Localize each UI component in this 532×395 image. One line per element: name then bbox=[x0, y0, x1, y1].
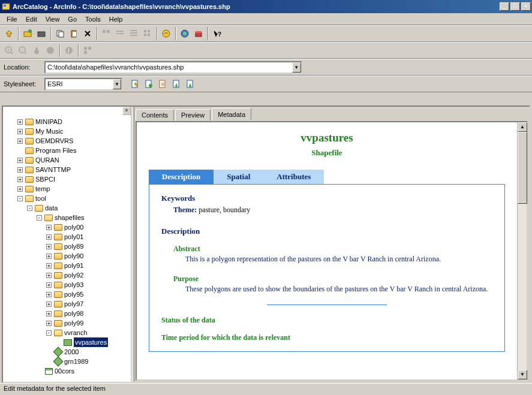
tree-node-poly95[interactable]: +poly95 bbox=[3, 290, 131, 299]
scroll-up-button[interactable]: ▲ bbox=[518, 122, 527, 132]
expand-toggle[interactable]: + bbox=[17, 119, 23, 125]
tree-node-vvranch[interactable]: -vvranch bbox=[3, 328, 131, 337]
tree-node-my-music[interactable]: +My Music bbox=[3, 126, 131, 136]
stylesheet-combo[interactable]: ▼ bbox=[44, 78, 122, 91]
identify-button[interactable]: i bbox=[62, 44, 76, 57]
menu-go[interactable]: Go bbox=[64, 14, 81, 24]
tree-node-poly99[interactable]: +poly99 bbox=[3, 318, 131, 328]
tree-node-2000[interactable]: 2000 bbox=[3, 347, 131, 357]
expand-toggle[interactable]: + bbox=[17, 167, 23, 173]
minimize-button[interactable]: _ bbox=[500, 2, 509, 11]
list-button[interactable] bbox=[113, 27, 127, 40]
tree-node-poly97[interactable]: +poly97 bbox=[3, 299, 131, 309]
expand-toggle[interactable]: - bbox=[37, 215, 42, 221]
maximize-button[interactable]: □ bbox=[510, 2, 520, 11]
tree-node-oemdrvrs[interactable]: +OEMDRVRS bbox=[3, 136, 131, 146]
stylesheet-input[interactable] bbox=[46, 80, 113, 88]
full-extent-button[interactable] bbox=[44, 44, 57, 57]
whats-this-button[interactable]: ? bbox=[211, 27, 224, 40]
search-button[interactable] bbox=[178, 27, 191, 40]
expand-toggle[interactable]: + bbox=[46, 282, 52, 288]
tree-node-tool[interactable]: -tool bbox=[3, 194, 131, 203]
expand-toggle[interactable]: - bbox=[17, 196, 23, 201]
stylesheet-dropdown-button[interactable]: ▼ bbox=[113, 79, 121, 89]
edit-metadata-button[interactable] bbox=[128, 77, 142, 91]
menu-help[interactable]: Help bbox=[105, 14, 127, 24]
vertical-scrollbar[interactable]: ▲ ▼ bbox=[517, 122, 527, 379]
expand-toggle[interactable]: + bbox=[17, 158, 23, 163]
arctoolbox-button[interactable] bbox=[192, 27, 205, 40]
copy-button[interactable] bbox=[53, 27, 67, 40]
tree-node-poly90[interactable]: +poly90 bbox=[3, 251, 131, 261]
tree-node-00cors[interactable]: 00cors bbox=[3, 366, 131, 376]
zoom-out-button[interactable] bbox=[16, 44, 29, 57]
tree-node-poly98[interactable]: +poly98 bbox=[3, 309, 131, 318]
tree-close-button[interactable]: × bbox=[122, 107, 131, 115]
expand-toggle[interactable]: - bbox=[27, 206, 32, 211]
tree-node-poly91[interactable]: +poly91 bbox=[3, 261, 131, 270]
location-dropdown-button[interactable]: ▼ bbox=[292, 62, 301, 73]
connect-folder-button[interactable] bbox=[21, 27, 34, 40]
expand-toggle[interactable]: + bbox=[17, 138, 23, 144]
scroll-thumb[interactable] bbox=[518, 132, 527, 204]
tree-node-program-files[interactable]: Program Files bbox=[3, 146, 131, 155]
tree-node-temp[interactable]: +temp bbox=[3, 184, 131, 194]
scroll-down-button[interactable]: ▼ bbox=[518, 370, 527, 379]
expand-toggle[interactable]: + bbox=[46, 292, 52, 297]
location-combo[interactable]: ▼ bbox=[44, 61, 302, 74]
expand-toggle[interactable]: + bbox=[46, 321, 52, 326]
subtab-description[interactable]: Description bbox=[149, 170, 214, 184]
details-button[interactable] bbox=[127, 27, 140, 40]
tab-preview[interactable]: Preview bbox=[175, 109, 211, 120]
expand-toggle[interactable]: + bbox=[46, 234, 52, 240]
launch-arcmap-button[interactable] bbox=[160, 27, 173, 40]
catalog-tree[interactable]: +MINIPAD+My Music+OEMDRVRS Program Files… bbox=[3, 116, 131, 382]
tree-node-poly89[interactable]: +poly89 bbox=[3, 242, 131, 251]
close-button[interactable]: × bbox=[521, 2, 531, 11]
import-metadata-button[interactable] bbox=[170, 77, 183, 91]
tree-node-shapefiles[interactable]: -shapefiles bbox=[3, 213, 131, 222]
subtab-attributes[interactable]: Attributes bbox=[263, 170, 324, 184]
tree-node-poly93[interactable]: +poly93 bbox=[3, 280, 131, 290]
expand-toggle[interactable]: + bbox=[17, 129, 23, 134]
expand-toggle[interactable]: - bbox=[46, 330, 52, 336]
large-icons-button[interactable] bbox=[100, 27, 113, 40]
menu-tools[interactable]: Tools bbox=[81, 14, 105, 24]
tab-contents[interactable]: Contents bbox=[136, 109, 174, 120]
expand-toggle[interactable]: + bbox=[46, 263, 52, 269]
menu-view[interactable]: View bbox=[41, 14, 64, 24]
tree-node-poly01[interactable]: +poly01 bbox=[3, 232, 131, 242]
tree-node-grn1989[interactable]: grn1989 bbox=[3, 357, 131, 366]
tree-node-quran[interactable]: +QURAN bbox=[3, 155, 131, 165]
zoom-in-button[interactable] bbox=[2, 44, 16, 57]
tree-node-vvpastures[interactable]: vvpastures bbox=[3, 337, 131, 347]
paste-button[interactable] bbox=[67, 27, 80, 40]
subtab-spatial[interactable]: Spatial bbox=[214, 170, 263, 184]
tree-node-poly00[interactable]: +poly00 bbox=[3, 222, 131, 232]
pan-button[interactable] bbox=[30, 44, 43, 57]
expand-toggle[interactable]: + bbox=[46, 254, 52, 259]
thumbnails-button[interactable] bbox=[141, 27, 154, 40]
create-thumbnail-button[interactable] bbox=[81, 44, 94, 57]
menu-file[interactable]: File bbox=[2, 14, 22, 24]
tree-node-minipad[interactable]: +MINIPAD bbox=[3, 117, 131, 126]
expand-toggle[interactable]: + bbox=[46, 273, 52, 278]
expand-toggle[interactable]: + bbox=[46, 225, 52, 230]
expand-toggle[interactable]: + bbox=[46, 301, 52, 307]
tree-node-sbpci[interactable]: +SBPCI bbox=[3, 174, 131, 184]
metadata-properties-button[interactable] bbox=[142, 77, 155, 91]
location-input[interactable] bbox=[46, 63, 292, 71]
export-metadata-button[interactable] bbox=[184, 77, 197, 91]
up-button[interactable] bbox=[2, 27, 16, 40]
menu-edit[interactable]: Edit bbox=[22, 14, 41, 24]
expand-toggle[interactable]: + bbox=[46, 311, 52, 316]
tree-node-poly92[interactable]: +poly92 bbox=[3, 270, 131, 280]
tree-node-savnttmp[interactable]: +SAVNTTMP bbox=[3, 165, 131, 174]
expand-toggle[interactable]: + bbox=[46, 244, 52, 249]
delete-button[interactable] bbox=[81, 27, 94, 40]
create-metadata-button[interactable]: ※ bbox=[156, 77, 169, 91]
disconnect-folder-button[interactable] bbox=[35, 27, 48, 40]
expand-toggle[interactable]: + bbox=[17, 177, 23, 182]
expand-toggle[interactable]: + bbox=[17, 186, 23, 192]
tab-metadata[interactable]: Metadata bbox=[212, 108, 251, 120]
